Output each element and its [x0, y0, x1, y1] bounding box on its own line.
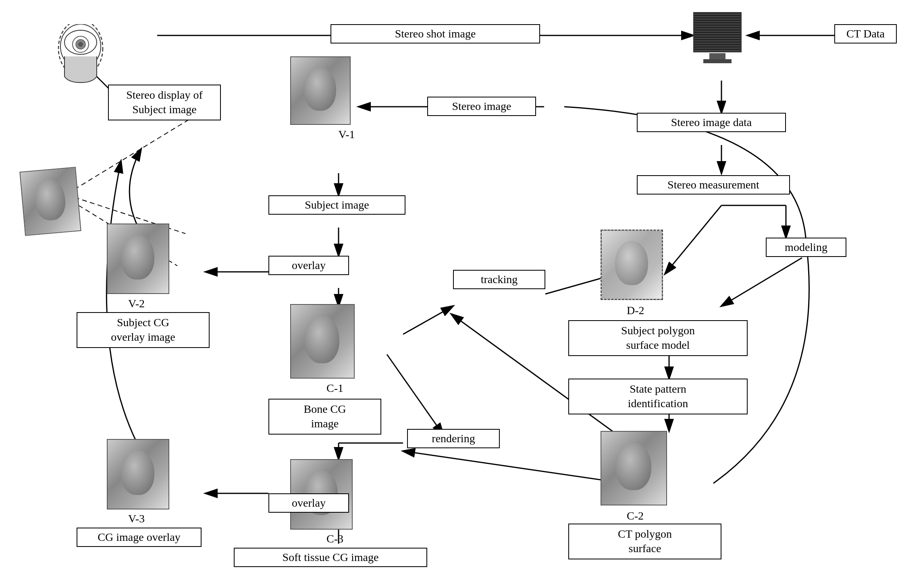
diagram-container: Stereo shot image CT Data Stereo image d… [0, 0, 900, 588]
bone-cg-image-label: Bone CG image [304, 403, 346, 430]
svg-line-16 [665, 205, 721, 274]
subject-image-label: Subject image [305, 199, 369, 211]
v2-face-image [107, 224, 169, 294]
soft-tissue-cg-label: Soft tissue CG image [283, 551, 379, 563]
stereo-shot-image-box: Stereo shot image [330, 24, 540, 43]
stereo-measurement-box: Stereo measurement [637, 175, 790, 195]
overlay2-label: overlay [292, 497, 326, 509]
svg-line-17 [721, 258, 802, 306]
rendering-box: rendering [407, 429, 500, 448]
svg-line-25 [403, 451, 625, 483]
v1-label: V-1 [326, 128, 367, 141]
ct-data-label: CT Data [846, 27, 885, 40]
overlay2-box: overlay [268, 493, 349, 513]
subject-cg-overlay-box: Subject CG overlay image [77, 312, 210, 348]
svg-line-14 [403, 306, 453, 334]
monitor-base [703, 59, 732, 63]
stereo-display-box: Stereo display of Subject image [108, 85, 221, 120]
v3-label: V-3 [128, 512, 145, 525]
stereo-image-label: Stereo image [452, 100, 511, 112]
stereo-shot-image-label: Stereo shot image [395, 27, 476, 40]
bone-cg-image-box: Bone CG image [268, 399, 381, 435]
c2-label: C-2 [627, 509, 644, 522]
state-pattern-box: State pattern identification [568, 379, 748, 414]
subject-image-box: Subject image [268, 195, 405, 215]
monitor-stand [709, 53, 725, 59]
c1-face-image [290, 304, 355, 379]
subject-polygon-box: Subject polygon surface model [568, 320, 748, 356]
d2-face-image [601, 230, 663, 300]
ct-data-box: CT Data [834, 24, 897, 43]
camera-projector [32, 24, 121, 113]
stereo-image-data-label: Stereo image data [671, 116, 752, 128]
v1-face-image [290, 56, 351, 125]
tracking-label: tracking [481, 273, 518, 286]
cg-image-overlay-box: CG image overlay [77, 528, 202, 547]
modeling-box: modeling [766, 238, 846, 257]
overlay1-label: overlay [292, 259, 326, 271]
tracking-box: tracking [453, 270, 545, 289]
v3-face-image [107, 439, 169, 509]
stereo-display-label: Stereo display of Subject image [126, 89, 203, 116]
c3-label: C-3 [326, 532, 343, 545]
v2-label: V-2 [128, 297, 145, 310]
ct-polygon-box: CT polygon surface [568, 524, 721, 559]
cg-image-overlay-label: CG image overlay [98, 531, 180, 543]
svg-point-36 [78, 42, 83, 47]
overlay1-box: overlay [268, 256, 349, 275]
modeling-label: modeling [785, 241, 827, 253]
computer-monitor [693, 12, 742, 63]
soft-tissue-cg-box: Soft tissue CG image [234, 548, 427, 567]
monitor-screen [693, 12, 742, 52]
stereo-image-data-box: Stereo image data [637, 113, 786, 132]
subject-cg-overlay-label: Subject CG overlay image [111, 316, 175, 343]
c2-face-image [601, 431, 667, 505]
state-pattern-label: State pattern identification [628, 383, 688, 410]
d2-label: D-2 [627, 304, 644, 317]
svg-line-29 [75, 117, 193, 189]
stereo-image-box: Stereo image [427, 97, 536, 116]
subject-face-left [19, 167, 81, 236]
c1-label: C-1 [326, 382, 343, 395]
stereo-measurement-label: Stereo measurement [667, 178, 759, 191]
rendering-label: rendering [432, 432, 475, 445]
ct-polygon-label: CT polygon surface [618, 528, 672, 555]
svg-line-26 [387, 354, 443, 435]
subject-polygon-label: Subject polygon surface model [621, 324, 695, 351]
